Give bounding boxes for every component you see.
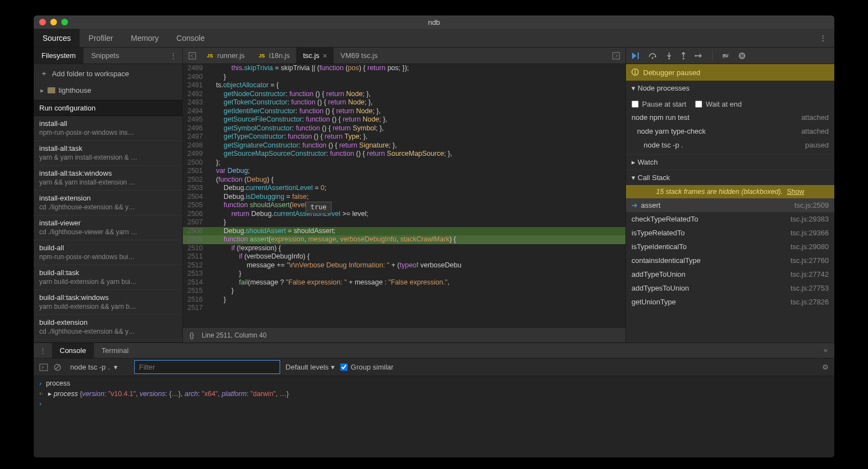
code-line: 2517	[183, 304, 625, 313]
context-select[interactable]: node tsc -p . ▾	[67, 361, 129, 373]
drawer-more-icon[interactable]: ⋮	[34, 343, 52, 358]
process-name: node tsc -p .	[644, 141, 683, 149]
paused-banner: ⓘ Debugger paused	[626, 64, 834, 81]
line-number: 2506	[183, 210, 208, 219]
drawer-close-icon[interactable]: ×	[817, 343, 834, 358]
stack-frame[interactable]: ➔asserttsc.js:2509	[626, 198, 834, 212]
titlebar: ndb	[34, 15, 834, 29]
editor-toggle-pane-icon[interactable]	[607, 48, 625, 64]
gear-icon[interactable]: ⚙	[822, 363, 829, 371]
stack-frame[interactable]: getUnionTypetsc.js:27826	[626, 295, 834, 309]
line-number: 2504	[183, 193, 208, 202]
stack-frame[interactable]: isTypeIdenticalTotsc.js:29080	[626, 240, 834, 254]
line-number: 2509	[183, 235, 208, 244]
side-tab-snippets[interactable]: Snippets	[83, 48, 127, 64]
group-similar-checkbox[interactable]: Group similar	[340, 363, 393, 371]
editor-tab-vm69[interactable]: VM69 tsc.js	[334, 48, 384, 64]
drawer-tab-terminal[interactable]: Terminal	[94, 343, 136, 358]
stack-frame[interactable]: addTypesToUniontsc.js:27753	[626, 281, 834, 295]
editor-nav-back-icon[interactable]	[185, 48, 199, 64]
drawer-tab-console[interactable]: Console	[52, 343, 94, 358]
call-stack-header[interactable]: ▾ Call Stack	[626, 170, 834, 185]
editor-tabs: JS runner.js JS i18n.js tsc.js × VM69 ts…	[183, 48, 625, 64]
cursor-position: Line 2511, Column 40	[202, 331, 266, 339]
editor-tab-tsc[interactable]: tsc.js ×	[296, 48, 334, 64]
main-tab-console[interactable]: Console	[167, 29, 213, 47]
pretty-print-icon[interactable]: {}	[190, 331, 194, 339]
code-area[interactable]: true 2489 this.skipTrivia = skipTrivia |…	[183, 64, 625, 327]
code-line: 2494 getIdentifierConstructor: function …	[183, 107, 625, 116]
stack-frame-fn: containsIdenticalType	[632, 256, 701, 265]
window-maximize-button[interactable]	[61, 19, 68, 25]
pause-on-exceptions-icon[interactable]	[738, 52, 746, 60]
clear-console-icon[interactable]	[54, 363, 61, 371]
side-tab-filesystem[interactable]: Filesystem	[34, 48, 83, 64]
main-tab-sources[interactable]: Sources	[34, 29, 80, 47]
run-item[interactable]: build-all:task:windowsyarn build-extensi…	[34, 290, 182, 315]
run-item[interactable]: build-all:taskyarn build-extension & yar…	[34, 265, 182, 290]
step-over-icon[interactable]	[648, 52, 658, 60]
run-item-cmd: yarn build-extension & yarn bui…	[39, 278, 177, 286]
line-number: 2493	[183, 98, 208, 107]
main-tab-memory[interactable]: Memory	[122, 29, 168, 47]
stack-frame[interactable]: checkTypeRelatedTotsc.js:29383	[626, 212, 834, 226]
show-blackboxed-link[interactable]: Show	[787, 188, 804, 196]
debugger-toolbar	[626, 48, 834, 64]
svg-point-3	[652, 57, 654, 59]
pause-at-start-checkbox[interactable]: Pause at start	[632, 100, 686, 108]
stack-frame-fn: addTypeToUnion	[632, 270, 686, 278]
editor-tab-i18n[interactable]: JS i18n.js	[251, 48, 297, 64]
folder-item[interactable]: ▸ lighthouse	[34, 83, 182, 98]
run-item[interactable]: install-extensioncd ./lighthouse-extensi…	[34, 191, 182, 215]
step-into-icon[interactable]	[666, 52, 672, 60]
editor-tab-runner[interactable]: JS runner.js	[199, 48, 251, 64]
run-item-cmd: yarn & yarn install-extension & …	[39, 154, 177, 161]
node-processes-header[interactable]: ▾ Node processes	[626, 81, 834, 96]
line-number: 2497	[183, 133, 208, 141]
run-item[interactable]: install-all:taskyarn & yarn install-exte…	[34, 141, 182, 166]
step-out-icon[interactable]	[680, 52, 687, 60]
run-item-name: build-all:task:windows	[39, 293, 177, 302]
watch-header[interactable]: ▸ Watch	[626, 155, 834, 170]
process-item[interactable]: node tsc -p .paused	[626, 138, 834, 152]
stack-frame[interactable]: addTypeToUniontsc.js:27742	[626, 267, 834, 281]
window-close-button[interactable]	[39, 19, 46, 25]
code-line: 2503 Debug.currentAssertionLevel = 0;	[183, 184, 625, 193]
blackboxed-banner: 15 stack frames are hidden (blackboxed).…	[626, 185, 834, 198]
line-number: 2492	[183, 90, 208, 99]
run-item[interactable]: install-allnpm-run-posix-or-windows ins…	[34, 116, 182, 141]
resume-icon[interactable]	[632, 52, 640, 60]
folder-name: lighthouse	[59, 86, 91, 94]
step-icon[interactable]	[695, 52, 703, 60]
stack-frame[interactable]: containsIdenticalTypetsc.js:27760	[626, 254, 834, 267]
run-item-cmd: npm-run-posix-or-windows ins…	[39, 129, 177, 136]
output-icon: ‹·	[39, 389, 44, 398]
process-item[interactable]: node yarn type-checkattached	[626, 124, 834, 138]
add-folder-button[interactable]: ＋ Add folder to workspace	[34, 64, 182, 83]
plus-icon: ＋	[40, 68, 48, 78]
stack-frame[interactable]: isTypeRelatedTotsc.js:29366	[626, 226, 834, 240]
main-tab-profiler[interactable]: Profiler	[80, 29, 122, 47]
window-minimize-button[interactable]	[50, 19, 57, 25]
deactivate-breakpoints-icon[interactable]	[722, 52, 730, 60]
process-item[interactable]: node npm run testattached	[626, 110, 834, 124]
run-item[interactable]: install-viewercd ./lighthouse-viewer && …	[34, 215, 182, 240]
editor: JS runner.js JS i18n.js tsc.js × VM69 ts…	[183, 48, 625, 342]
stack-frame-loc: tsc.js:27760	[791, 256, 829, 265]
log-levels-select[interactable]: Default levels ▾	[286, 363, 335, 371]
filter-input[interactable]	[134, 360, 280, 374]
svg-rect-1	[613, 52, 619, 59]
console-body[interactable]: ›process‹·▸ process {version: "v10.4.1",…	[34, 376, 834, 457]
run-item[interactable]: build-allnpm-run-posix-or-windows bui…	[34, 240, 182, 265]
window-title: ndb	[428, 18, 440, 27]
console-sidebar-toggle-icon[interactable]	[39, 363, 48, 371]
main-tabs-more-icon[interactable]: ⋮	[812, 29, 834, 47]
run-item-cmd: yarn build-extension && yarn b…	[39, 303, 177, 310]
line-number: 2489	[183, 64, 208, 73]
stack-frame-fn: isTypeIdenticalTo	[632, 243, 687, 251]
run-item[interactable]: install-all:task:windowsyarn && yarn ins…	[34, 166, 182, 191]
side-tabs-more-icon[interactable]: ⋮	[164, 48, 182, 64]
run-item[interactable]: build-extensioncd ./lighthouse-extension…	[34, 315, 182, 340]
close-icon[interactable]: ×	[323, 51, 327, 60]
wait-at-end-checkbox[interactable]: Wait at end	[695, 100, 741, 108]
